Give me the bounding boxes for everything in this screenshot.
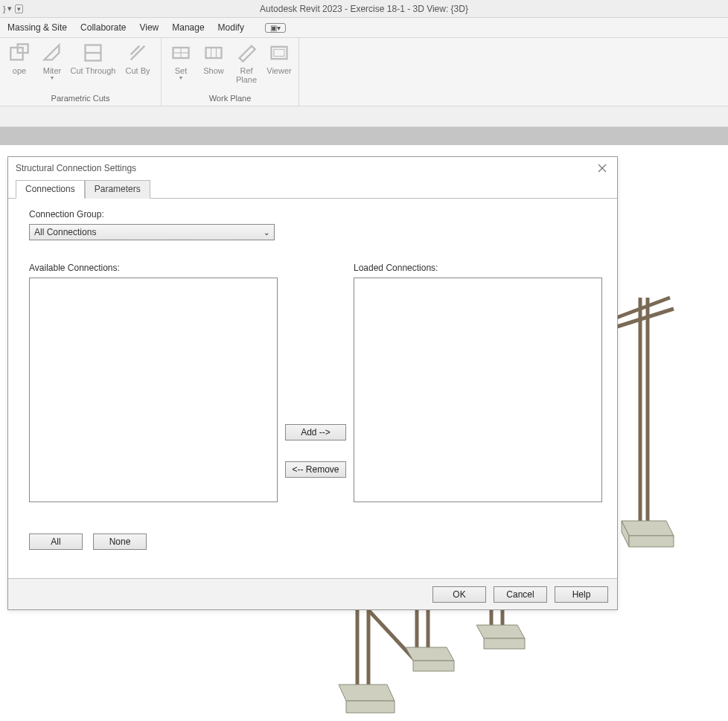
available-connections-label: Available Connections: <box>29 263 278 273</box>
svg-marker-17 <box>413 661 454 671</box>
svg-marker-16 <box>406 647 454 661</box>
miter-button[interactable]: Miter ▾ <box>37 39 67 92</box>
viewer-icon <box>269 42 290 63</box>
cut-by-icon <box>127 42 148 63</box>
cut-through-icon <box>83 42 103 63</box>
ref-plane-icon <box>236 42 257 63</box>
connection-group-label: Connection Group: <box>29 209 602 219</box>
loaded-connections-list[interactable] <box>354 278 602 502</box>
show-label: Show <box>203 66 224 75</box>
ribbon: ope Miter ▾ Cut Through Cut By Parametri… <box>0 38 728 106</box>
ribbon-tabs: Massing & Site Collaborate View Manage M… <box>0 18 728 38</box>
cut-by-button[interactable]: Cut By <box>119 39 156 92</box>
all-button[interactable]: All <box>29 533 83 550</box>
ref-plane-label-a: Ref <box>240 66 252 75</box>
chevron-down-icon: ▾ <box>179 75 182 82</box>
view-control-bar <box>0 127 728 145</box>
set-button[interactable]: Set ▾ <box>166 39 196 92</box>
dialog-title: Structural Connection Settings <box>16 163 136 173</box>
tab-view[interactable]: View <box>139 22 159 33</box>
svg-marker-14 <box>476 625 525 638</box>
svg-marker-15 <box>484 638 525 649</box>
tab-connections[interactable]: Connections <box>16 180 85 199</box>
cut-by-label: Cut By <box>125 66 150 75</box>
ref-plane-label-b: Plane <box>236 75 257 84</box>
add-button[interactable]: Add --> <box>285 424 346 440</box>
ref-plane-button[interactable]: Ref Plane <box>232 39 261 92</box>
svg-marker-19 <box>346 701 395 713</box>
available-connections-list[interactable] <box>29 278 278 502</box>
ok-button[interactable]: OK <box>432 586 486 603</box>
app-title: Autodesk Revit 2023 - Exercise 18-1 - 3D… <box>260 4 468 14</box>
dialog-tabs: Connections Parameters <box>8 179 617 199</box>
tab-parameters[interactable]: Parameters <box>85 180 150 199</box>
qat-marker: } <box>3 4 6 13</box>
tab-modify[interactable]: Modify <box>218 22 244 33</box>
show-button[interactable]: Show <box>199 39 229 92</box>
quick-access-toolbar[interactable]: } ▾ ▾ <box>0 4 23 13</box>
tab-massing-site[interactable]: Massing & Site <box>7 22 67 33</box>
svg-rect-27 <box>206 48 222 58</box>
help-button[interactable]: Help <box>555 586 608 603</box>
cancel-button[interactable]: Cancel <box>494 586 547 603</box>
svg-marker-11 <box>622 521 674 536</box>
cope-icon <box>9 42 30 63</box>
svg-marker-12 <box>622 521 629 547</box>
app-titlebar: } ▾ ▾ Autodesk Revit 2023 - Exercise 18-… <box>0 0 728 18</box>
close-icon <box>598 164 607 173</box>
structural-connection-settings-dialog: Structural Connection Settings Connectio… <box>7 156 618 610</box>
connection-group-value: All Connections <box>34 227 96 237</box>
show-icon <box>203 42 224 63</box>
chevron-down-icon: ⌄ <box>264 228 269 237</box>
cut-through-label: Cut Through <box>71 66 116 75</box>
svg-marker-18 <box>339 685 395 701</box>
svg-marker-13 <box>629 536 674 547</box>
tab-collaborate[interactable]: Collaborate <box>80 22 126 33</box>
loaded-connections-label: Loaded Connections: <box>354 263 602 273</box>
close-button[interactable] <box>595 161 610 176</box>
miter-icon <box>42 42 63 63</box>
tab-manage[interactable]: Manage <box>172 22 204 33</box>
cut-through-button[interactable]: Cut Through <box>70 39 116 92</box>
svg-line-10 <box>368 610 417 662</box>
set-icon <box>170 42 191 63</box>
viewer-button[interactable]: Viewer <box>264 39 294 92</box>
options-bar <box>0 106 728 127</box>
group-parametric-cuts-label: Parametric Cuts <box>4 92 156 104</box>
svg-line-2 <box>610 298 670 320</box>
cope-label: ope <box>13 66 26 75</box>
group-work-plane-label: Work Plane <box>166 92 294 104</box>
ribbon-expand-icon[interactable]: ▣▾ <box>265 23 286 33</box>
qat-customize-icon[interactable]: ▾ <box>15 4 23 13</box>
remove-button[interactable]: <-- Remove <box>285 461 346 478</box>
none-button[interactable]: None <box>93 533 147 550</box>
chevron-down-icon: ▾ <box>51 75 54 82</box>
qat-split: ▾ <box>7 4 12 13</box>
cope-button[interactable]: ope <box>4 39 34 92</box>
svg-rect-31 <box>274 49 284 56</box>
viewer-label: Viewer <box>266 66 291 75</box>
connection-group-dropdown[interactable]: All Connections ⌄ <box>29 224 275 240</box>
